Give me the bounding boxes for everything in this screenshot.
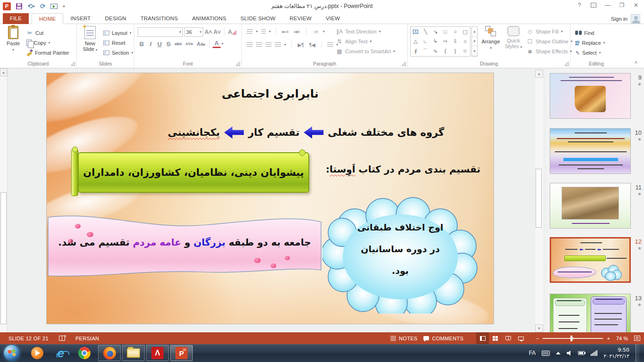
help-button[interactable]: ?: [572, 0, 586, 10]
find-button[interactable]: Find: [575, 28, 605, 38]
taskbar-chrome-icon[interactable]: [74, 345, 94, 361]
line-spacing-button[interactable]: ↕≡: [312, 29, 320, 34]
notes-button[interactable]: NOTES: [390, 336, 417, 341]
taskbar-firefox-icon[interactable]: [98, 345, 121, 361]
sign-in[interactable]: Sign in: [611, 14, 640, 24]
bold-button[interactable]: B: [138, 41, 146, 48]
elbow-arrow-connector-icon[interactable]: ↳: [430, 36, 440, 46]
format-painter-button[interactable]: Format Painter: [26, 48, 69, 58]
network-signal-icon[interactable]: [591, 350, 597, 356]
zoom-in-button[interactable]: +: [607, 336, 610, 341]
reset-button[interactable]: Reset: [103, 38, 133, 48]
collapse-ribbon-icon[interactable]: ˄: [635, 60, 637, 65]
minimize-button[interactable]: —: [601, 0, 615, 10]
thumbnail-panel-scrollbar[interactable]: ▲ ▼: [535, 70, 543, 332]
tab-view[interactable]: VIEW: [319, 13, 347, 24]
taskbar-file-explorer-icon[interactable]: [122, 345, 145, 361]
numbering-button[interactable]: [261, 29, 266, 34]
right-brace-shape-icon[interactable]: }: [450, 46, 460, 56]
down-arrow-shape-icon[interactable]: ⇩: [450, 36, 460, 46]
align-text-button[interactable]: ⇅Align Text▾: [336, 36, 395, 46]
taskbar-powerpoint-icon[interactable]: P: [170, 345, 193, 361]
align-left-button[interactable]: [247, 42, 253, 48]
slide-canvas[interactable]: نابرابری اجتماعی یکجانشینی تقسیم کار گرو…: [46, 73, 494, 324]
show-hidden-icons-icon[interactable]: [556, 352, 561, 354]
restore-button[interactable]: ❐: [615, 0, 629, 10]
text-direction-button[interactable]: ∥AText Direction▾: [336, 26, 395, 36]
scroll-up-icon[interactable]: ▲: [0, 68, 7, 76]
arc-shape-icon[interactable]: ⌒: [421, 46, 430, 56]
shape-fill-button[interactable]: ◇Shape Fill▾: [527, 26, 572, 36]
thumbnail-slide-11[interactable]: 11 ★: [550, 183, 643, 229]
font-size-combo[interactable]: 36▾: [184, 27, 203, 37]
layout-button[interactable]: Layout▾: [103, 28, 133, 38]
paragraph-dialog-launcher[interactable]: [402, 62, 406, 66]
start-button[interactable]: [4, 345, 20, 361]
tab-file[interactable]: FILE: [3, 13, 29, 24]
comments-button[interactable]: COMMENTS: [423, 336, 463, 341]
panel-scroll-up-icon[interactable]: ▲: [535, 70, 543, 78]
tab-home[interactable]: HOME: [32, 13, 63, 25]
shapes-more-icon[interactable]: ▼̱: [472, 46, 477, 56]
section-button[interactable]: Section▾: [103, 48, 133, 58]
rounded-rectangle-shape-icon[interactable]: ▢: [460, 27, 470, 36]
taskbar-acrobat-icon[interactable]: Λ: [146, 345, 169, 361]
copy-button[interactable]: Copy▾: [26, 38, 69, 48]
arrange-button[interactable]: Arrange▾: [479, 26, 502, 51]
normal-view-button[interactable]: [476, 332, 489, 344]
cut-button[interactable]: ✂Cut: [26, 28, 69, 38]
thumbnail-slide-12-current[interactable]: 12 ★: [550, 237, 643, 283]
avesta-label[interactable]: تقسیم بندی مردم در کتاب اَوِستا:: [326, 164, 480, 175]
font-color-button[interactable]: A: [213, 40, 221, 48]
strikethrough-button[interactable]: S: [165, 41, 173, 48]
slide-sorter-view-button[interactable]: [489, 332, 502, 344]
font-name-combo[interactable]: ▾: [138, 27, 183, 37]
tab-animations[interactable]: ANIMATIONS: [185, 13, 233, 24]
character-spacing-button[interactable]: AV▾: [184, 41, 194, 46]
shrink-font-button[interactable]: A˅: [214, 29, 221, 35]
zoom-out-button[interactable]: −: [536, 336, 539, 341]
slide-title[interactable]: نابرابری اجتماعی: [47, 87, 494, 100]
grow-font-button[interactable]: A˄: [205, 29, 212, 35]
align-right-button[interactable]: [265, 42, 272, 48]
zoom-slider[interactable]: [543, 338, 603, 339]
green-banner[interactable]: پیشوایان دینی، نظامیان، کشاورزان، دامدار…: [71, 152, 309, 193]
left-brace-shape-icon[interactable]: {: [440, 46, 450, 56]
text-shadow-button[interactable]: abc: [173, 41, 183, 46]
quick-styles-button[interactable]: Quick Styles ▾: [502, 26, 525, 50]
tab-transitions[interactable]: TRANSITIONS: [133, 13, 185, 24]
callout-shape-icon[interactable]: ⌂: [460, 36, 470, 46]
panel-scroll-down-icon[interactable]: ▼: [535, 324, 543, 332]
rtl-direction-button[interactable]: ¶◀: [308, 42, 316, 48]
flow-diagram[interactable]: یکجانشینی تقسیم کار گروه های مختلف شغلی: [202, 126, 410, 139]
underline-button[interactable]: U: [156, 41, 164, 48]
shapes-gallery-scrollbar[interactable]: ▲ ▼ ▼̱: [471, 26, 478, 57]
shapes-gallery[interactable]: A ╲ ↘ □ ○ ▢ △ ∟ ↳ ⇨ ⇩ ⌂ ∮ ⌒ ∿ { } ☆: [410, 26, 471, 57]
shapes-scroll-up-icon[interactable]: ▲: [472, 27, 477, 37]
line-shape-icon[interactable]: ╲: [421, 27, 430, 36]
select-button[interactable]: ⇖Select▾: [575, 48, 605, 58]
panel-scrollbar-thumb[interactable]: [536, 169, 542, 228]
align-center-button[interactable]: [256, 42, 262, 48]
columns-button[interactable]: [327, 42, 333, 48]
taskbar-media-player-icon[interactable]: [27, 345, 47, 361]
shape-outline-button[interactable]: ☐Shape Outline▾: [527, 36, 572, 46]
thumbnail-slide-10[interactable]: 10 ★: [550, 128, 643, 174]
scrollbar-thumb[interactable]: [0, 192, 7, 324]
fit-slide-to-window-icon[interactable]: [634, 336, 640, 341]
shapes-scroll-down-icon[interactable]: ▼: [472, 37, 477, 47]
spell-check-icon[interactable]: [59, 336, 65, 341]
curve-shape-icon[interactable]: ∿: [430, 46, 440, 56]
language-indicator[interactable]: PERSIAN: [75, 336, 99, 341]
scribble-shape-icon[interactable]: ∮: [411, 46, 421, 56]
text-box-shape-icon[interactable]: A: [413, 30, 418, 34]
volume-icon[interactable]: [567, 350, 572, 356]
battery-icon[interactable]: [578, 351, 585, 355]
shape-effects-button[interactable]: ◙Shape Effects▾: [527, 46, 572, 56]
replace-button[interactable]: abacReplace▾: [575, 38, 605, 48]
italic-button[interactable]: I: [147, 41, 155, 48]
pink-wave-shape[interactable]: جامعه به دو طبقه بزرگان و عامه مردم تقسی…: [47, 211, 322, 278]
increase-indent-button[interactable]: ⇥≡: [293, 29, 301, 34]
taskbar-internet-explorer-icon[interactable]: e: [51, 345, 71, 361]
reading-view-button[interactable]: [502, 332, 514, 344]
